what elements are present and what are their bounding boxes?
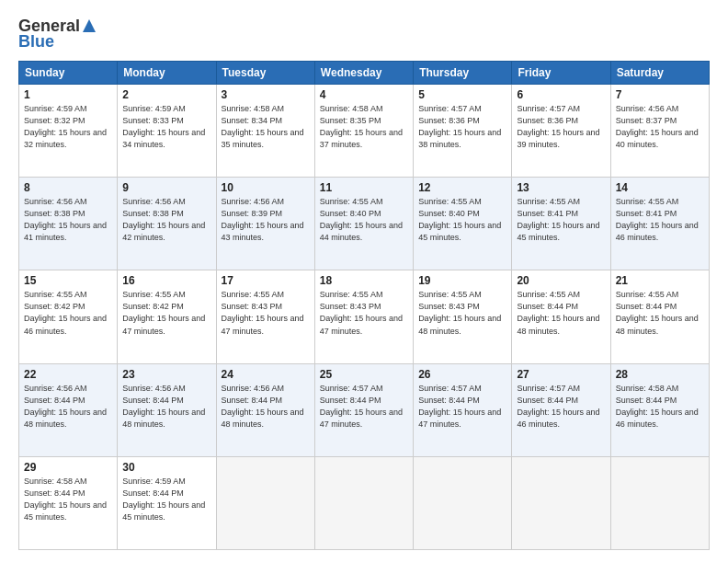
calendar-cell: 17 Sunrise: 4:55 AMSunset: 8:43 PMDaylig… (216, 270, 314, 363)
day-of-week-header: Saturday (610, 62, 709, 85)
calendar-cell: 19 Sunrise: 4:55 AMSunset: 8:43 PMDaylig… (414, 270, 512, 363)
day-number: 21 (616, 274, 704, 287)
day-of-week-header: Wednesday (314, 62, 413, 85)
day-info: Sunrise: 4:58 AMSunset: 8:35 PMDaylight:… (320, 104, 403, 149)
calendar-cell: 29 Sunrise: 4:58 AMSunset: 8:44 PMDaylig… (19, 456, 118, 549)
day-info: Sunrise: 4:56 AMSunset: 8:44 PMDaylight:… (24, 384, 107, 429)
day-number: 23 (122, 368, 210, 381)
day-number: 14 (616, 181, 704, 194)
day-info: Sunrise: 4:57 AMSunset: 8:36 PMDaylight:… (418, 104, 501, 149)
day-number: 17 (222, 274, 310, 287)
calendar-cell: 1 Sunrise: 4:59 AMSunset: 8:32 PMDayligh… (19, 85, 118, 178)
calendar-cell: 30 Sunrise: 4:59 AMSunset: 8:44 PMDaylig… (118, 456, 216, 549)
calendar-cell: 24 Sunrise: 4:56 AMSunset: 8:44 PMDaylig… (216, 363, 314, 456)
day-info: Sunrise: 4:58 AMSunset: 8:34 PMDaylight:… (222, 104, 304, 149)
calendar-cell: 14 Sunrise: 4:55 AMSunset: 8:41 PMDaylig… (610, 178, 709, 270)
logo: General Blue (18, 17, 96, 52)
day-info: Sunrise: 4:58 AMSunset: 8:44 PMDaylight:… (616, 384, 699, 429)
calendar-cell: 16 Sunrise: 4:55 AMSunset: 8:42 PMDaylig… (118, 270, 216, 363)
calendar-cell: 10 Sunrise: 4:56 AMSunset: 8:39 PMDaylig… (216, 178, 314, 270)
calendar-table: SundayMondayTuesdayWednesdayThursdayFrid… (18, 61, 710, 550)
calendar-cell: 26 Sunrise: 4:57 AMSunset: 8:44 PMDaylig… (414, 363, 512, 456)
calendar-cell: 11 Sunrise: 4:55 AMSunset: 8:40 PMDaylig… (314, 178, 413, 270)
day-info: Sunrise: 4:57 AMSunset: 8:44 PMDaylight:… (517, 384, 599, 429)
day-number: 4 (320, 88, 408, 101)
day-number: 7 (616, 88, 704, 101)
day-info: Sunrise: 4:55 AMSunset: 8:44 PMDaylight:… (517, 290, 599, 335)
calendar-cell: 4 Sunrise: 4:58 AMSunset: 8:35 PMDayligh… (314, 85, 413, 178)
day-number: 26 (418, 368, 506, 381)
day-info: Sunrise: 4:56 AMSunset: 8:39 PMDaylight:… (222, 197, 304, 242)
day-number: 28 (616, 368, 704, 381)
day-number: 19 (418, 274, 506, 287)
calendar-cell (314, 456, 413, 549)
day-info: Sunrise: 4:58 AMSunset: 8:44 PMDaylight:… (24, 477, 107, 522)
calendar-cell: 21 Sunrise: 4:55 AMSunset: 8:44 PMDaylig… (610, 270, 709, 363)
calendar-cell: 13 Sunrise: 4:55 AMSunset: 8:41 PMDaylig… (512, 178, 610, 270)
day-number: 3 (222, 88, 310, 101)
calendar-cell: 20 Sunrise: 4:55 AMSunset: 8:44 PMDaylig… (512, 270, 610, 363)
calendar-row: 1 Sunrise: 4:59 AMSunset: 8:32 PMDayligh… (19, 85, 710, 178)
day-info: Sunrise: 4:59 AMSunset: 8:44 PMDaylight:… (122, 477, 205, 522)
day-number: 1 (24, 88, 112, 101)
calendar-cell: 2 Sunrise: 4:59 AMSunset: 8:33 PMDayligh… (118, 85, 216, 178)
day-number: 2 (122, 88, 210, 101)
day-of-week-header: Sunday (19, 62, 118, 85)
calendar-cell: 9 Sunrise: 4:56 AMSunset: 8:38 PMDayligh… (118, 178, 216, 270)
day-number: 25 (320, 368, 408, 381)
day-of-week-header: Friday (512, 62, 610, 85)
logo-triangle-icon (83, 19, 96, 36)
calendar-cell (610, 456, 709, 549)
calendar-row: 29 Sunrise: 4:58 AMSunset: 8:44 PMDaylig… (19, 456, 710, 549)
day-info: Sunrise: 4:55 AMSunset: 8:43 PMDaylight:… (222, 290, 304, 335)
day-number: 12 (418, 181, 506, 194)
calendar-cell: 23 Sunrise: 4:56 AMSunset: 8:44 PMDaylig… (118, 363, 216, 456)
day-info: Sunrise: 4:56 AMSunset: 8:44 PMDaylight:… (222, 384, 304, 429)
day-info: Sunrise: 4:55 AMSunset: 8:40 PMDaylight:… (418, 197, 501, 242)
day-number: 18 (320, 274, 408, 287)
calendar-header-row: SundayMondayTuesdayWednesdayThursdayFrid… (19, 62, 710, 85)
day-info: Sunrise: 4:57 AMSunset: 8:44 PMDaylight:… (418, 384, 501, 429)
day-number: 13 (517, 181, 605, 194)
day-info: Sunrise: 4:56 AMSunset: 8:44 PMDaylight:… (122, 384, 205, 429)
day-info: Sunrise: 4:55 AMSunset: 8:42 PMDaylight:… (24, 290, 107, 335)
day-info: Sunrise: 4:57 AMSunset: 8:44 PMDaylight:… (320, 384, 403, 429)
day-info: Sunrise: 4:55 AMSunset: 8:43 PMDaylight:… (418, 290, 501, 335)
header: General Blue (18, 17, 710, 52)
day-info: Sunrise: 4:59 AMSunset: 8:32 PMDaylight:… (24, 104, 107, 149)
day-info: Sunrise: 4:55 AMSunset: 8:40 PMDaylight:… (320, 197, 403, 242)
day-number: 9 (122, 181, 210, 194)
calendar-cell: 15 Sunrise: 4:55 AMSunset: 8:42 PMDaylig… (19, 270, 118, 363)
calendar-cell: 28 Sunrise: 4:58 AMSunset: 8:44 PMDaylig… (610, 363, 709, 456)
day-number: 24 (222, 368, 310, 381)
day-number: 10 (222, 181, 310, 194)
day-number: 8 (24, 181, 112, 194)
day-of-week-header: Tuesday (216, 62, 314, 85)
day-number: 22 (24, 368, 112, 381)
calendar-cell: 6 Sunrise: 4:57 AMSunset: 8:36 PMDayligh… (512, 85, 610, 178)
calendar-cell: 18 Sunrise: 4:55 AMSunset: 8:43 PMDaylig… (314, 270, 413, 363)
calendar-cell (216, 456, 314, 549)
calendar-row: 15 Sunrise: 4:55 AMSunset: 8:42 PMDaylig… (19, 270, 710, 363)
day-number: 5 (418, 88, 506, 101)
day-number: 30 (122, 461, 210, 474)
svg-marker-0 (83, 19, 96, 32)
day-info: Sunrise: 4:55 AMSunset: 8:42 PMDaylight:… (122, 290, 205, 335)
day-of-week-header: Monday (118, 62, 216, 85)
calendar-cell (512, 456, 610, 549)
day-number: 29 (24, 461, 112, 474)
logo-blue: Blue (18, 32, 54, 52)
day-info: Sunrise: 4:56 AMSunset: 8:38 PMDaylight:… (122, 197, 205, 242)
page: General Blue SundayMondayTuesdayWednesda… (0, 0, 728, 563)
day-number: 20 (517, 274, 605, 287)
day-of-week-header: Thursday (414, 62, 512, 85)
calendar-cell: 27 Sunrise: 4:57 AMSunset: 8:44 PMDaylig… (512, 363, 610, 456)
calendar-row: 22 Sunrise: 4:56 AMSunset: 8:44 PMDaylig… (19, 363, 710, 456)
day-info: Sunrise: 4:56 AMSunset: 8:38 PMDaylight:… (24, 197, 107, 242)
calendar-cell: 25 Sunrise: 4:57 AMSunset: 8:44 PMDaylig… (314, 363, 413, 456)
calendar-cell: 3 Sunrise: 4:58 AMSunset: 8:34 PMDayligh… (216, 85, 314, 178)
day-info: Sunrise: 4:55 AMSunset: 8:41 PMDaylight:… (517, 197, 599, 242)
day-number: 27 (517, 368, 605, 381)
day-number: 15 (24, 274, 112, 287)
day-info: Sunrise: 4:55 AMSunset: 8:43 PMDaylight:… (320, 290, 403, 335)
